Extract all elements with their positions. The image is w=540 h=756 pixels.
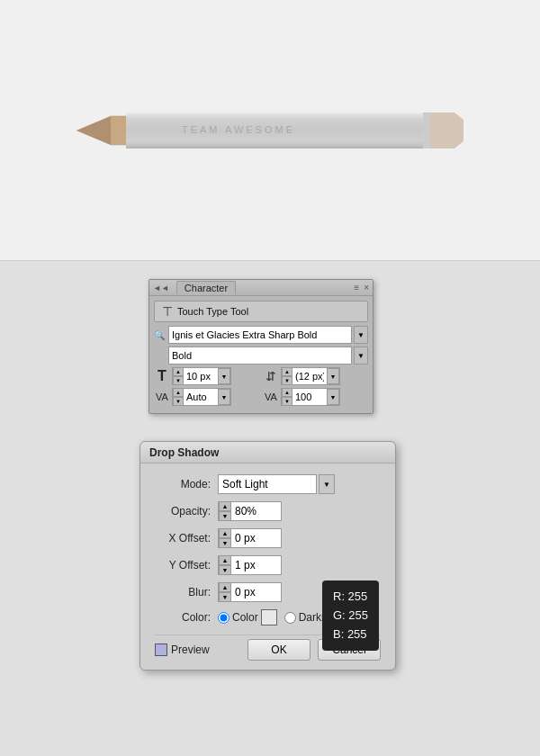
tracking-spinner: ▲ ▼ ▼ <box>172 388 231 406</box>
line-height-up[interactable]: ▲ <box>282 367 292 376</box>
x-offset-down[interactable]: ▼ <box>219 538 231 548</box>
line-height-icon: ⇵ <box>263 369 279 383</box>
panel-menu-icon[interactable]: ≡ <box>354 283 359 292</box>
line-height-group: ⇵ ▲ ▼ ▼ <box>263 367 368 385</box>
color-radio-item[interactable]: Color <box>218 609 277 626</box>
font-size-up[interactable]: ▲ <box>173 367 184 376</box>
color-radio-input[interactable] <box>218 612 230 624</box>
darkness-radio-input[interactable] <box>284 612 296 624</box>
font-size-icon: T <box>154 368 170 384</box>
x-offset-label: X Offset: <box>155 532 218 544</box>
y-offset-input[interactable] <box>231 556 281 574</box>
size-row-2: VA ▲ ▼ ▼ VA ▲ ▼ <box>154 388 368 406</box>
line-height-input[interactable] <box>292 368 327 384</box>
y-offset-up[interactable]: ▲ <box>219 555 231 565</box>
character-panel-content: ⊤ Touch Type Tool 🔍 Ignis et Glacies Ext… <box>149 296 373 413</box>
color-swatch[interactable] <box>261 609 277 626</box>
blur-up[interactable]: ▲ <box>219 582 231 592</box>
color-radio-label: Color <box>232 611 258 624</box>
x-offset-spinner: ▲ ▼ <box>218 528 282 548</box>
mode-select[interactable]: Soft Light <box>218 474 317 494</box>
opacity-label: Opacity: <box>155 505 218 518</box>
canvas-area: TEAM AWESOME <box>0 0 540 261</box>
kerning-spinner: ▲ ▼ ▼ <box>281 388 340 406</box>
opacity-down[interactable]: ▼ <box>219 511 231 521</box>
mode-row: Mode: Soft Light ▼ <box>155 474 381 494</box>
mode-label: Mode: <box>155 478 218 490</box>
ok-button[interactable]: OK <box>248 639 310 661</box>
character-panel-titlebar: ◄◄ Character ≡ × <box>149 280 373 296</box>
font-name-dropdown-arrow[interactable]: ▼ <box>354 326 368 344</box>
pencil-illustration: TEAM AWESOME <box>76 104 464 158</box>
opacity-up[interactable]: ▲ <box>219 501 231 511</box>
x-offset-up[interactable]: ▲ <box>219 528 231 538</box>
panel-arrows: ◄◄ <box>153 284 169 292</box>
svg-text:TEAM  AWESOME: TEAM AWESOME <box>182 124 295 135</box>
svg-rect-5 <box>423 112 430 148</box>
line-height-unit-dropdown[interactable]: ▼ <box>327 368 339 384</box>
font-name-select[interactable]: Ignis et Glacies Extra Sharp Bold <box>168 326 352 344</box>
opacity-input[interactable] <box>231 502 281 520</box>
touch-type-icon: ⊤ <box>162 304 173 319</box>
y-offset-label: Y Offset: <box>155 559 218 572</box>
kerning-group: VA ▲ ▼ ▼ <box>263 388 368 406</box>
character-panel: ◄◄ Character ≡ × ⊤ Touch Type Tool 🔍 Ign… <box>148 279 374 414</box>
svg-marker-1 <box>76 116 111 145</box>
blur-spinner: ▲ ▼ <box>218 582 282 602</box>
touch-type-button[interactable]: ⊤ Touch Type Tool <box>154 301 368 322</box>
y-offset-down[interactable]: ▼ <box>219 565 231 575</box>
font-style-row: Bold ▼ <box>154 346 368 364</box>
y-offset-spinner: ▲ ▼ <box>218 555 282 575</box>
preview-label: Preview <box>171 644 210 656</box>
drop-shadow-titlebar: Drop Shadow <box>140 442 395 464</box>
tracking-up[interactable]: ▲ <box>173 388 184 397</box>
font-search-icon: 🔍 <box>154 330 165 340</box>
font-size-spinner: ▲ ▼ ▼ <box>172 367 231 385</box>
touch-type-label: Touch Type Tool <box>177 306 248 317</box>
font-size-input[interactable] <box>184 368 218 384</box>
font-name-row: 🔍 Ignis et Glacies Extra Sharp Bold ▼ <box>154 326 368 344</box>
tracking-dropdown[interactable]: ▼ <box>218 389 230 405</box>
rgb-tooltip: R: 255 G: 255 B: 255 <box>322 580 379 651</box>
rgb-r-value: R: 255 <box>333 588 368 607</box>
font-size-unit-dropdown[interactable]: ▼ <box>218 368 230 384</box>
opacity-row: Opacity: ▲ ▼ <box>155 501 381 521</box>
blur-down[interactable]: ▼ <box>219 592 231 602</box>
panels-area: ◄◄ Character ≡ × ⊤ Touch Type Tool 🔍 Ign… <box>0 261 540 756</box>
kerning-icon: VA <box>263 392 279 402</box>
font-size-down[interactable]: ▼ <box>173 376 184 385</box>
tracking-icon: VA <box>154 392 170 402</box>
kerning-input[interactable] <box>292 389 327 405</box>
rgb-b-value: B: 255 <box>333 626 368 644</box>
drop-shadow-title: Drop Shadow <box>149 446 219 459</box>
preview-checkbox-label[interactable]: Preview <box>155 644 210 656</box>
opacity-spinner: ▲ ▼ <box>218 501 282 521</box>
color-label: Color: <box>155 611 218 624</box>
font-style-dropdown-arrow[interactable]: ▼ <box>354 346 368 364</box>
rgb-g-value: G: 255 <box>333 607 368 626</box>
size-row-1: T ▲ ▼ ▼ ⇵ ▲ ▼ <box>154 367 368 385</box>
blur-label: Blur: <box>155 586 218 598</box>
font-style-select[interactable]: Bold <box>168 346 352 364</box>
preview-checkbox[interactable] <box>155 644 167 656</box>
tracking-group: VA ▲ ▼ ▼ <box>154 388 259 406</box>
kerning-up[interactable]: ▲ <box>282 388 292 397</box>
line-height-down[interactable]: ▼ <box>282 376 292 385</box>
panel-close-button[interactable]: × <box>364 283 369 292</box>
line-height-spinner: ▲ ▼ ▼ <box>281 367 340 385</box>
x-offset-input[interactable] <box>231 529 281 547</box>
font-size-group: T ▲ ▼ ▼ <box>154 367 259 385</box>
kerning-dropdown[interactable]: ▼ <box>327 389 339 405</box>
x-offset-row: X Offset: ▲ ▼ <box>155 528 381 548</box>
y-offset-row: Y Offset: ▲ ▼ <box>155 555 381 575</box>
blur-input[interactable] <box>231 583 281 601</box>
svg-marker-6 <box>430 112 464 148</box>
mode-dropdown-arrow[interactable]: ▼ <box>319 474 335 494</box>
tracking-down[interactable]: ▼ <box>173 397 184 406</box>
tracking-input[interactable] <box>184 389 218 405</box>
character-tab[interactable]: Character <box>176 281 236 294</box>
mode-select-group: Soft Light ▼ <box>218 474 335 494</box>
kerning-down[interactable]: ▼ <box>282 397 292 406</box>
